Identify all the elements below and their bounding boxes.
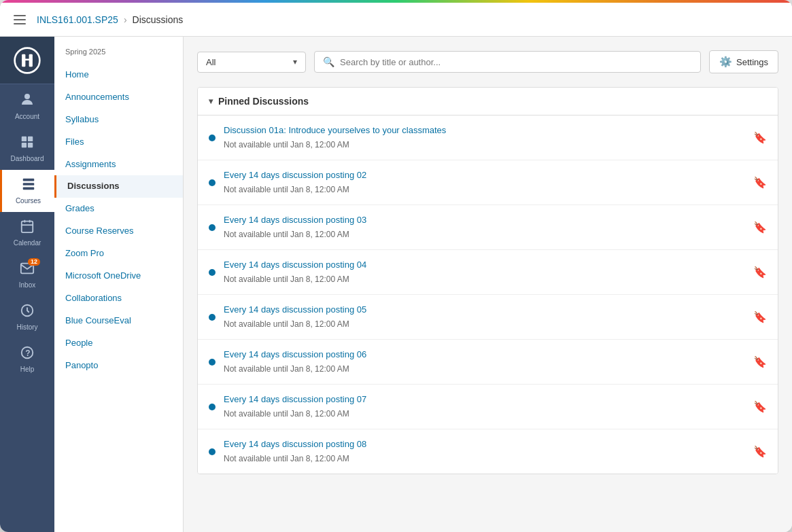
discussion-title[interactable]: Every 14 days discussion posting 05 — [224, 304, 745, 315]
sidebar-item-discussions[interactable]: Discussions — [54, 175, 183, 198]
svg-rect-10 — [22, 183, 34, 185]
discussion-content: Every 14 days discussion posting 03 Not … — [224, 215, 745, 240]
discussion-title[interactable]: Every 14 days discussion posting 08 — [224, 439, 745, 449]
nav-calendar-label: Calendar — [14, 239, 41, 247]
nav-dashboard-label: Dashboard — [11, 155, 44, 163]
svg-rect-6 — [28, 137, 33, 141]
history-icon — [20, 303, 35, 321]
svg-rect-8 — [28, 143, 33, 147]
svg-rect-9 — [22, 179, 34, 181]
discussion-content: Every 14 days discussion posting 05 Not … — [224, 304, 745, 330]
hamburger-menu-icon[interactable] — [11, 12, 29, 27]
unread-indicator — [209, 179, 216, 186]
sidebar-item-panopto[interactable]: Panopto — [54, 355, 183, 377]
canvas-logo[interactable] — [0, 37, 54, 84]
gear-icon: ⚙️ — [719, 56, 732, 68]
inbox-badge: 12 — [28, 258, 40, 266]
discussion-content: Every 14 days discussion posting 06 Not … — [224, 349, 745, 374]
discussion-item-2: Every 14 days discussion posting 02 Not … — [198, 160, 778, 205]
discussion-title[interactable]: Discussion 01a: Introduce yourselves to … — [224, 125, 745, 135]
discussion-title[interactable]: Every 14 days discussion posting 07 — [224, 394, 745, 404]
discussion-availability: Not available until Jan 8, 12:00 AM — [224, 454, 349, 463]
discussion-availability: Not available until Jan 8, 12:00 AM — [224, 364, 349, 374]
sidebar-item-course-reserves[interactable]: Course Reserves — [54, 220, 183, 243]
unread-indicator — [209, 448, 216, 455]
nav-item-account[interactable]: Account — [0, 84, 54, 128]
bookmark-icon[interactable]: 🔖 — [753, 131, 767, 144]
sidebar-item-collaborations[interactable]: Collaborations — [54, 287, 183, 310]
nav-item-inbox[interactable]: 12 Inbox — [0, 254, 54, 296]
discussions-panel: ▾ Pinned Discussions Discussion 01a: Int… — [197, 87, 778, 474]
sidebar-item-files[interactable]: Files — [54, 131, 183, 154]
svg-rect-12 — [22, 221, 33, 233]
svg-rect-11 — [22, 188, 34, 190]
unread-indicator — [209, 269, 216, 276]
unread-indicator — [209, 314, 216, 321]
unread-indicator — [209, 359, 216, 366]
search-input[interactable] — [340, 57, 692, 67]
dashboard-icon — [20, 135, 35, 152]
header: INLS161.001.SP25 › Discussions — [0, 3, 792, 37]
bookmark-icon[interactable]: 🔖 — [753, 221, 767, 234]
filter-value: All — [206, 57, 216, 67]
nav-item-calendar[interactable]: Calendar — [0, 212, 54, 254]
sidebar-item-home[interactable]: Home — [54, 64, 183, 86]
sidebar-item-grades[interactable]: Grades — [54, 198, 183, 220]
discussion-item-5: Every 14 days discussion posting 05 Not … — [198, 295, 778, 340]
sidebar-item-people[interactable]: People — [54, 332, 183, 355]
unread-indicator — [209, 135, 216, 141]
sidebar-item-announcements[interactable]: Announcements — [54, 86, 183, 109]
nav-item-dashboard[interactable]: Dashboard — [0, 128, 54, 170]
discussion-item-1: Discussion 01a: Introduce yourselves to … — [198, 116, 778, 160]
sidebar-item-zoom-pro[interactable]: Zoom Pro — [54, 243, 183, 265]
svg-point-4 — [24, 94, 30, 99]
discussion-content: Every 14 days discussion posting 08 Not … — [224, 439, 745, 464]
bookmark-icon[interactable]: 🔖 — [753, 176, 767, 189]
main-content: All ▾ 🔍 ⚙️ Settings ▾ Pinned Discussions — [184, 37, 792, 532]
toolbar: All ▾ 🔍 ⚙️ Settings — [197, 50, 778, 73]
sidebar-item-syllabus[interactable]: Syllabus — [54, 109, 183, 131]
breadcrumb-current-page: Discussions — [133, 14, 184, 25]
bookmark-icon[interactable]: 🔖 — [753, 311, 767, 323]
search-box: 🔍 — [314, 51, 701, 73]
discussion-content: Every 14 days discussion posting 02 Not … — [224, 170, 745, 195]
discussion-item-7: Every 14 days discussion posting 07 Not … — [198, 385, 778, 429]
nav-item-courses[interactable]: Courses — [0, 170, 54, 212]
inbox-icon: 12 — [20, 261, 35, 279]
unread-indicator — [209, 224, 216, 231]
bookmark-icon[interactable]: 🔖 — [753, 400, 767, 413]
app-window: INLS161.001.SP25 › Discussions Account — [0, 0, 792, 532]
discussion-item-3: Every 14 days discussion posting 03 Not … — [198, 205, 778, 250]
svg-rect-3 — [22, 58, 33, 60]
nav-inbox-label: Inbox — [19, 281, 35, 289]
nav-item-history[interactable]: History — [0, 296, 54, 338]
bookmark-icon[interactable]: 🔖 — [753, 266, 767, 279]
nav-item-help[interactable]: ? Help — [0, 338, 54, 380]
filter-dropdown[interactable]: All ▾ — [197, 52, 306, 73]
search-icon: 🔍 — [323, 56, 334, 67]
discussion-title[interactable]: Every 14 days discussion posting 06 — [224, 349, 745, 359]
discussion-availability: Not available until Jan 8, 12:00 AM — [224, 274, 349, 284]
settings-button[interactable]: ⚙️ Settings — [709, 50, 778, 73]
discussion-title[interactable]: Every 14 days discussion posting 02 — [224, 170, 745, 180]
bookmark-icon[interactable]: 🔖 — [753, 355, 767, 368]
discussion-item-4: Every 14 days discussion posting 04 Not … — [198, 250, 778, 295]
unread-indicator — [209, 404, 216, 410]
course-sidebar: Spring 2025 Home Announcements Syllabus … — [54, 37, 184, 532]
svg-text:?: ? — [25, 349, 30, 358]
sidebar-item-assignments[interactable]: Assignments — [54, 154, 183, 176]
discussion-availability: Not available until Jan 8, 12:00 AM — [224, 409, 349, 419]
settings-label: Settings — [736, 57, 768, 67]
breadcrumb: INLS161.001.SP25 › Discussions — [37, 14, 183, 25]
nav-history-label: History — [16, 323, 37, 332]
sidebar-item-blue-courseeval[interactable]: Blue CourseEval — [54, 310, 183, 332]
nav-courses-label: Courses — [16, 197, 41, 205]
discussion-title[interactable]: Every 14 days discussion posting 04 — [224, 260, 745, 270]
sidebar-item-microsoft-onedrive[interactable]: Microsoft OneDrive — [54, 265, 183, 287]
bookmark-icon[interactable]: 🔖 — [753, 445, 767, 458]
pinned-discussions-header[interactable]: ▾ Pinned Discussions — [198, 88, 778, 116]
discussion-title[interactable]: Every 14 days discussion posting 03 — [224, 215, 745, 225]
breadcrumb-separator: › — [124, 14, 127, 25]
discussion-item-6: Every 14 days discussion posting 06 Not … — [198, 340, 778, 385]
breadcrumb-course-link[interactable]: INLS161.001.SP25 — [37, 14, 118, 25]
